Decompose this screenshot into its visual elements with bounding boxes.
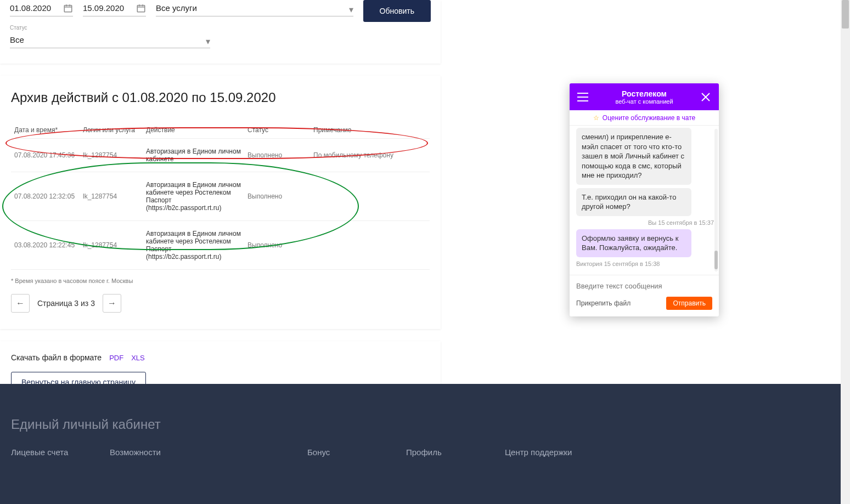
table-row: 03.08.2020 12:22:45 lk_1287754 Авторизац… xyxy=(11,221,430,270)
footer: Единый личный кабинет Лицевые счета Возм… xyxy=(0,384,850,504)
prev-page-button[interactable]: ← xyxy=(11,294,30,313)
download-xls-link[interactable]: XLS xyxy=(131,354,145,362)
star-icon: ☆ xyxy=(593,114,599,122)
footer-link-bonus[interactable]: Бонус xyxy=(307,448,406,457)
date-to-wrap xyxy=(83,0,146,16)
svg-rect-0 xyxy=(64,5,72,12)
status-label: Статус xyxy=(10,25,27,31)
col-action: Действие xyxy=(143,122,244,139)
col-datetime: Дата и время* xyxy=(11,122,80,139)
timezone-note: * Время указано в часовом поясе г. Москв… xyxy=(11,278,430,284)
status-select[interactable]: Все xyxy=(10,32,210,48)
chat-input-area xyxy=(570,275,719,293)
page-scrollbar[interactable] xyxy=(841,0,850,504)
close-icon[interactable] xyxy=(699,90,712,104)
chat-message-incoming: Т.е. приходил он на какой-то другой номе… xyxy=(576,188,691,216)
next-page-button[interactable]: → xyxy=(103,294,121,313)
chat-scrollbar[interactable] xyxy=(714,129,718,271)
chat-message-outgoing: Оформлю заявку и вернусь к Вам. Пожалуйс… xyxy=(576,229,691,257)
footer-link-profile[interactable]: Профиль xyxy=(406,448,505,457)
rate-service-link[interactable]: ☆ Оцените обслуживание в чате xyxy=(570,110,719,126)
status-select-wrap: Статус Все ▾ xyxy=(10,32,210,48)
chat-body: сменил) и прикрепление e-мэйл спасет от … xyxy=(570,126,719,275)
service-select[interactable]: Все услуги xyxy=(156,0,353,16)
col-note: Примечание xyxy=(310,122,430,139)
col-status: Статус xyxy=(244,122,310,139)
footer-link-support[interactable]: Центр поддержки xyxy=(505,448,615,457)
send-button[interactable]: Отправить xyxy=(666,297,712,310)
pagination-text: Страница 3 из 3 xyxy=(37,299,95,308)
footer-link-accounts[interactable]: Лицевые счета xyxy=(11,448,110,457)
table-row: 07.08.2020 12:32:05 lk_1287754 Авторизац… xyxy=(11,172,430,221)
chat-message-incoming: сменил) и прикрепление e-мэйл спасет от … xyxy=(576,128,691,185)
col-login: Логин или услуга xyxy=(80,122,143,139)
pagination: ← Страница 3 из 3 → xyxy=(11,294,430,313)
calendar-icon[interactable] xyxy=(63,3,73,13)
svg-rect-1 xyxy=(137,5,145,12)
download-label: Скачать файл в формате xyxy=(11,353,102,362)
chat-widget: Ростелеком веб-чат с компанией ☆ Оцените… xyxy=(570,83,719,316)
attach-file-link[interactable]: Прикрепить файл xyxy=(576,299,631,307)
chat-subtitle: веб-чат с компанией xyxy=(589,98,699,105)
calendar-icon[interactable] xyxy=(136,3,146,13)
update-button[interactable]: Обновить xyxy=(363,0,431,22)
chat-title: Ростелеком xyxy=(589,89,699,98)
service-select-wrap: Услуга Все услуги ▾ xyxy=(156,0,353,16)
date-from-wrap xyxy=(10,0,73,16)
download-pdf-link[interactable]: PDF xyxy=(109,354,123,362)
chat-timestamp: Виктория 15 сентября в 15:38 xyxy=(576,261,714,267)
archive-heading: Архив действий с 01.08.2020 по 15.09.202… xyxy=(11,90,430,105)
actions-table: Дата и время* Логин или услуга Действие … xyxy=(11,122,430,270)
chat-timestamp: Вы 15 сентября в 15:37 xyxy=(576,219,714,226)
archive-panel: Архив действий с 01.08.2020 по 15.09.202… xyxy=(0,76,441,329)
chat-header: Ростелеком веб-чат с компанией xyxy=(570,83,719,110)
menu-icon[interactable] xyxy=(576,90,589,104)
footer-title: Единый личный кабинет xyxy=(11,417,839,432)
filters-panel: Услуга Все услуги ▾ Обновить Статус Все … xyxy=(0,0,441,64)
table-row: 07.08.2020 17:45:36 lk_1287754 Авторизац… xyxy=(11,139,430,172)
chat-message-input[interactable] xyxy=(576,280,712,292)
footer-link-features[interactable]: Возможности xyxy=(110,448,307,457)
